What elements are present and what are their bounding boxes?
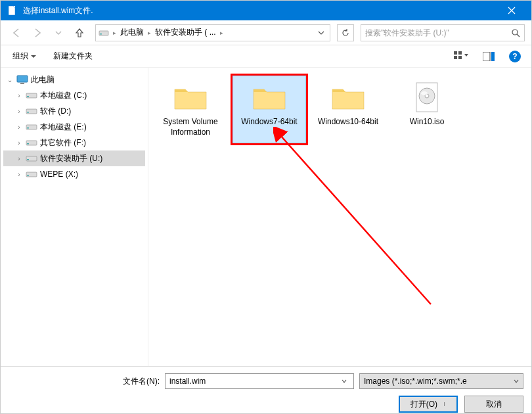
open-button-label: 打开(O) bbox=[410, 400, 437, 409]
svg-rect-25 bbox=[26, 172, 37, 177]
breadcrumb-current[interactable]: 软件安装助手 ( ... bbox=[152, 27, 219, 38]
svg-rect-14 bbox=[20, 83, 24, 84]
refresh-button[interactable] bbox=[337, 24, 354, 41]
help-button[interactable]: ? bbox=[506, 48, 523, 65]
sidebar-item-drive[interactable]: › WEPE (X:) bbox=[3, 166, 145, 182]
filename-input-wrap[interactable] bbox=[165, 373, 354, 389]
file-item[interactable]: Win10.iso bbox=[390, 76, 464, 143]
chevron-right-icon[interactable]: ▸ bbox=[112, 30, 118, 36]
search-box[interactable] bbox=[361, 24, 525, 41]
filename-dropdown[interactable] bbox=[339, 379, 349, 384]
organize-button[interactable]: 组织 bbox=[9, 48, 40, 64]
sidebar-item-label: 本地磁盘 (C:) bbox=[40, 90, 87, 101]
chevron-right-icon[interactable]: ▸ bbox=[219, 30, 225, 36]
svg-line-31 bbox=[280, 135, 431, 304]
svg-line-6 bbox=[517, 34, 520, 37]
file-name-label: System Volume Information bbox=[157, 117, 224, 137]
svg-rect-12 bbox=[491, 52, 495, 61]
svg-rect-7 bbox=[454, 51, 457, 55]
breadcrumb-label: 软件安装助手 ( ... bbox=[155, 27, 216, 38]
help-icon: ? bbox=[509, 51, 521, 62]
recent-locations-dropdown[interactable] bbox=[49, 24, 68, 42]
sidebar-item-drive[interactable]: › 其它软件 (F:) bbox=[3, 135, 145, 150]
window-title: 选择install.wim文件. bbox=[23, 5, 499, 16]
view-grid-button[interactable] bbox=[451, 49, 471, 64]
svg-rect-22 bbox=[27, 143, 29, 145]
expand-icon[interactable]: › bbox=[15, 124, 23, 131]
expand-icon[interactable]: › bbox=[15, 139, 23, 147]
open-button[interactable]: 打开(O) bbox=[399, 396, 458, 413]
sidebar-item-label: 软件安装助手 (U:) bbox=[40, 153, 102, 164]
close-button[interactable] bbox=[499, 1, 525, 20]
cancel-button[interactable]: 取消 bbox=[464, 396, 523, 413]
footer: 文件名(N): Images (*.iso;*.wim;*.swm;*.e 打开… bbox=[1, 366, 531, 414]
svg-rect-8 bbox=[458, 51, 462, 55]
file-icon bbox=[7, 5, 18, 16]
titlebar: 选择install.wim文件. bbox=[1, 1, 531, 20]
sidebar-item-label: 软件 (D:) bbox=[40, 106, 71, 117]
folder-item[interactable]: System Volume Information bbox=[154, 76, 227, 143]
annotation-arrow bbox=[273, 127, 444, 311]
search-icon[interactable] bbox=[511, 28, 520, 37]
search-input[interactable] bbox=[365, 28, 511, 37]
forward-button[interactable] bbox=[28, 24, 47, 42]
address-bar[interactable]: ▸ 此电脑 ▸ 软件安装助手 ( ... ▸ bbox=[95, 24, 330, 41]
file-name-label: Windows7-64bit bbox=[241, 117, 297, 127]
sidebar-item-drive[interactable]: › 软件安装助手 (U:) bbox=[3, 150, 145, 166]
tree-root-label: 此电脑 bbox=[31, 74, 55, 85]
filename-input[interactable] bbox=[169, 377, 339, 386]
filter-text: Images (*.iso;*.wim;*.swm;*.e bbox=[364, 377, 514, 386]
main-area: ⌄ 此电脑 › 本地磁盘 (C:) › 软件 (D:) › 本地磁盘 (E:) … bbox=[1, 68, 531, 366]
tree-root-this-pc[interactable]: ⌄ 此电脑 bbox=[3, 72, 145, 87]
new-folder-button[interactable]: 新建文件夹 bbox=[49, 48, 97, 64]
drive-icon bbox=[26, 106, 37, 116]
svg-rect-9 bbox=[454, 56, 457, 59]
drive-icon bbox=[26, 91, 37, 100]
breadcrumb-this-pc[interactable]: 此电脑 bbox=[118, 27, 146, 38]
drive-icon bbox=[26, 154, 37, 163]
sidebar-item-drive[interactable]: › 本地磁盘 (C:) bbox=[3, 87, 145, 103]
chevron-right-icon[interactable]: ▸ bbox=[146, 30, 152, 36]
svg-rect-17 bbox=[26, 109, 37, 114]
sidebar-item-drive[interactable]: › 本地磁盘 (E:) bbox=[3, 119, 145, 135]
sidebar-item-drive[interactable]: › 软件 (D:) bbox=[3, 103, 145, 119]
breadcrumb-label: 此电脑 bbox=[120, 27, 144, 38]
file-name-label: Win10.iso bbox=[410, 117, 445, 127]
folder-icon bbox=[251, 81, 288, 113]
expand-icon[interactable]: › bbox=[15, 155, 23, 162]
drive-icon bbox=[26, 138, 37, 147]
sidebar-item-label: 本地磁盘 (E:) bbox=[40, 122, 87, 133]
svg-rect-32 bbox=[444, 402, 445, 406]
svg-rect-13 bbox=[17, 76, 28, 82]
svg-rect-15 bbox=[26, 93, 37, 98]
file-content-area[interactable]: System Volume Information Windows7-64bit… bbox=[148, 68, 531, 366]
address-dropdown[interactable] bbox=[315, 30, 327, 36]
drive-icon bbox=[26, 122, 37, 131]
folder-item[interactable]: Windows10-64bit bbox=[311, 76, 385, 143]
filename-label: 文件名(N): bbox=[9, 376, 160, 387]
svg-rect-11 bbox=[483, 52, 490, 61]
svg-rect-23 bbox=[26, 156, 37, 161]
svg-point-5 bbox=[512, 30, 518, 35]
back-button[interactable] bbox=[7, 24, 26, 42]
svg-rect-19 bbox=[26, 125, 37, 129]
svg-rect-18 bbox=[27, 112, 29, 113]
collapse-icon[interactable]: ⌄ bbox=[6, 76, 14, 83]
pc-icon bbox=[16, 75, 28, 84]
sidebar-item-label: WEPE (X:) bbox=[40, 170, 78, 179]
organize-label: 组织 bbox=[12, 51, 28, 62]
expand-icon[interactable]: › bbox=[15, 92, 23, 99]
svg-point-30 bbox=[421, 91, 428, 95]
filter-select[interactable]: Images (*.iso;*.wim;*.swm;*.e bbox=[359, 373, 523, 389]
svg-rect-26 bbox=[27, 175, 29, 176]
expand-icon[interactable]: › bbox=[15, 171, 23, 178]
new-folder-label: 新建文件夹 bbox=[53, 51, 93, 62]
file-name-label: Windows10-64bit bbox=[318, 117, 378, 127]
folder-item[interactable]: Windows7-64bit bbox=[233, 76, 306, 143]
svg-rect-21 bbox=[26, 141, 37, 145]
sidebar: ⌄ 此电脑 › 本地磁盘 (C:) › 软件 (D:) › 本地磁盘 (E:) … bbox=[1, 68, 148, 366]
expand-icon[interactable]: › bbox=[15, 108, 23, 115]
preview-pane-button[interactable] bbox=[480, 49, 497, 64]
svg-rect-20 bbox=[27, 127, 29, 129]
up-button[interactable] bbox=[70, 24, 89, 42]
